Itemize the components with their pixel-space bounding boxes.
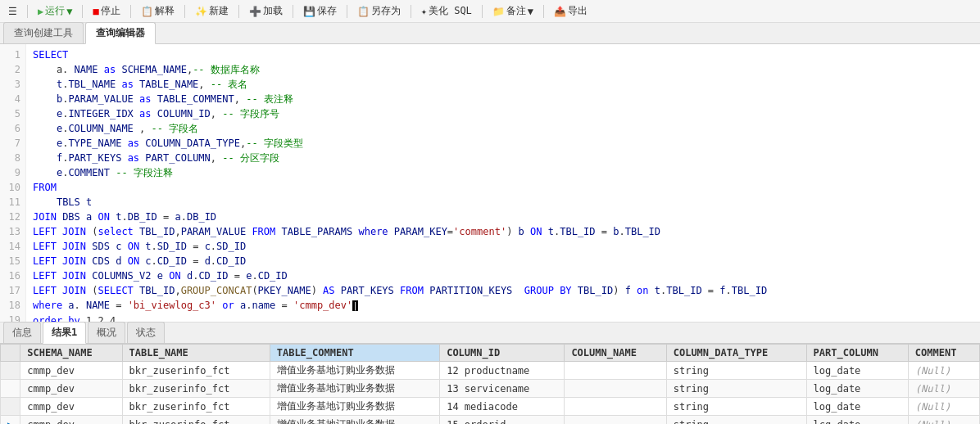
code-line-16: LEFT JOIN COLUMNS_V2 e ON d.CD_ID = e.CD… [33, 268, 973, 283]
stop-icon: ■ [93, 6, 98, 17]
code-line-5: e.INTEGER_IDX as COLUMN_ID, -- 字段序号 [33, 106, 973, 121]
run-label: 运行 [45, 4, 65, 18]
bottom-tabs-bar: 信息 结果1 概况 状态 [0, 323, 980, 344]
cell-table-name: bkr_zuserinfo_fct [122, 380, 270, 398]
code-line-11: TBLS t [33, 195, 973, 210]
line-num-17: 17 [0, 283, 25, 298]
table-row[interactable]: cmmp_dev bkr_zuserinfo_fct 增值业务基地订购业务数据 … [1, 362, 980, 380]
table-row[interactable]: ▶ cmmp_dev bkr_zuserinfo_fct 增值业务基地订购业务数… [1, 416, 980, 425]
code-line-19: order by 1,2,4 [33, 313, 973, 323]
col-header-table-comment[interactable]: TABLE_COMMENT [270, 345, 439, 362]
run-button[interactable]: ▶ 运行 ▼ [34, 2, 75, 20]
toolbar-sep-2 [82, 5, 83, 18]
cell-column-data-type: string [666, 380, 806, 398]
toolbar-sep-8 [411, 5, 411, 18]
col-header-indicator [1, 345, 20, 362]
cell-comment: (Null) [908, 398, 979, 416]
col-header-column-data-type[interactable]: COLUMN_DATA_TYPE [666, 345, 806, 362]
cell-table-comment: 增值业务基地订购业务数据 [270, 380, 439, 398]
line-num-11: 11 [0, 195, 25, 210]
cell-schema-name: cmmp_dev [20, 398, 122, 416]
table-row[interactable]: cmmp_dev bkr_zuserinfo_fct 增值业务基地订购业务数据 … [1, 398, 980, 416]
export-label: 导出 [568, 4, 588, 18]
col-header-column-id[interactable]: COLUMN_ID [440, 345, 565, 362]
cell-column-data-type: string [666, 416, 806, 425]
code-line-3: t.TBL_NAME as TABLE_NAME, -- 表名 [33, 77, 973, 92]
stop-label: 停止 [101, 4, 120, 18]
saveas-icon: 📋 [357, 6, 370, 17]
tab-info-label: 信息 [12, 327, 32, 338]
cell-column-data-type: string [666, 398, 806, 416]
line-num-15: 15 [0, 254, 25, 268]
col-header-schema-name[interactable]: SCHEMA_NAME [20, 345, 122, 362]
export-icon: 📤 [554, 6, 566, 17]
code-line-6: e.COLUMN_NAME , -- 字段名 [33, 121, 973, 136]
toolbar-sep-3 [130, 5, 131, 18]
toolbar-sep-5 [238, 5, 239, 18]
row-indicator [1, 398, 20, 416]
line-numbers: 1 2 3 4 5 6 7 8 9 10 11 12 13 14 15 16 1… [0, 44, 26, 323]
toolbar: ☰ ▶ 运行 ▼ ■ 停止 📋 解释 ✨ 新建 ➕ 加载 💾 保存 📋 另存为 … [0, 0, 980, 23]
add-button[interactable]: ➕ 加载 [246, 2, 286, 20]
stop-button[interactable]: ■ 停止 [89, 2, 123, 20]
code-line-14: LEFT JOIN SDS c ON t.SD_ID = c.SD_ID [33, 239, 973, 254]
table-row[interactable]: cmmp_dev bkr_zuserinfo_fct 增值业务基地订购业务数据 … [1, 380, 980, 398]
tab-status-label: 状态 [136, 327, 156, 338]
code-line-15: LEFT JOIN CDS d ON c.CD_ID = d.CD_ID [33, 254, 973, 268]
code-line-1: SELECT [33, 47, 973, 62]
cell-column-id: 13 servicename [440, 380, 565, 398]
cell-part-column: log_date [806, 380, 908, 398]
code-line-13: LEFT JOIN (select TBL_ID,PARAM_VALUE FRO… [33, 224, 973, 239]
tab-query-builder[interactable]: 查询创建工具 [3, 22, 84, 43]
row-indicator [1, 380, 20, 398]
col-header-part-column[interactable]: PART_COLUMN [806, 345, 908, 362]
code-line-4: b.PARAM_VALUE as TABLE_COMMENT, -- 表注释 [33, 92, 973, 106]
beautify-button[interactable]: ✦ 美化 SQL [418, 2, 475, 20]
backup-button[interactable]: 📁 备注 ▼ [489, 2, 537, 20]
export-button[interactable]: 📤 导出 [551, 2, 591, 20]
explain-icon: 📋 [141, 6, 153, 17]
toolbar-sep-9 [482, 5, 483, 18]
cell-table-name: bkr_zuserinfo_fct [122, 416, 270, 425]
code-content[interactable]: SELECT a. NAME as SCHEMA_NAME,-- 数据库名称 t… [26, 44, 980, 323]
tab-query-editor-label: 查询编辑器 [96, 27, 145, 38]
menu-button[interactable]: ☰ [5, 4, 20, 19]
cell-table-name: bkr_zuserinfo_fct [122, 398, 270, 416]
new-icon: ✨ [195, 6, 207, 17]
results-area[interactable]: SCHEMA_NAME TABLE_NAME TABLE_COMMENT COL… [0, 344, 980, 424]
cell-comment: (Null) [908, 380, 979, 398]
cell-column-name [565, 380, 666, 398]
new-label: 新建 [209, 4, 229, 18]
editor[interactable]: 1 2 3 4 5 6 7 8 9 10 11 12 13 14 15 16 1… [0, 44, 980, 323]
tab-overview-label: 概况 [97, 327, 116, 338]
new-button[interactable]: ✨ 新建 [192, 2, 232, 20]
code-line-18: where a. NAME = 'bi_viewlog_c3' or a.nam… [33, 298, 973, 313]
cell-column-name [565, 416, 666, 425]
explain-button[interactable]: 📋 解释 [138, 2, 178, 20]
run-dropdown-icon: ▼ [66, 6, 72, 17]
cell-table-comment: 增值业务基地订购业务数据 [270, 416, 439, 425]
line-num-2: 2 [0, 62, 25, 77]
col-header-comment[interactable]: COMMENT [908, 345, 979, 362]
line-num-14: 14 [0, 239, 25, 254]
line-num-10: 10 [0, 180, 25, 195]
tab-info[interactable]: 信息 [3, 322, 41, 343]
backup-dropdown-icon: ▼ [528, 6, 533, 17]
line-num-16: 16 [0, 268, 25, 283]
line-num-9: 9 [0, 165, 25, 180]
beautify-icon: ✦ [421, 6, 427, 17]
saveas-button[interactable]: 📋 另存为 [354, 2, 404, 20]
tab-overview[interactable]: 概况 [88, 322, 125, 343]
line-num-4: 4 [0, 92, 25, 106]
tab-query-builder-label: 查询创建工具 [14, 27, 73, 38]
save-button[interactable]: 💾 保存 [300, 2, 340, 20]
line-num-1: 1 [0, 47, 25, 62]
tab-status[interactable]: 状态 [127, 322, 165, 343]
tab-result1[interactable]: 结果1 [43, 322, 86, 344]
tabs-bar: 查询创建工具 查询编辑器 [0, 23, 980, 44]
col-header-table-name[interactable]: TABLE_NAME [122, 345, 270, 362]
cell-part-column: log_date [806, 362, 908, 380]
col-header-column-name[interactable]: COLUMN_NAME [565, 345, 666, 362]
line-num-5: 5 [0, 106, 25, 121]
tab-query-editor[interactable]: 查询编辑器 [85, 22, 156, 44]
